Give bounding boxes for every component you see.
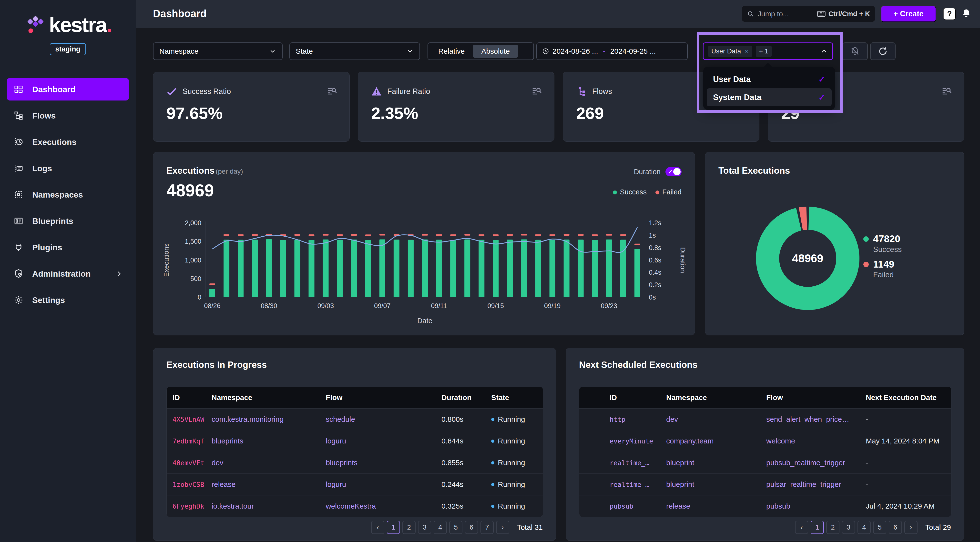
page-button-4[interactable]: 4 — [434, 521, 447, 534]
trigger-id-link[interactable]: realtime_… — [604, 459, 660, 467]
sidebar-item-label: Executions — [32, 137, 76, 147]
sidebar-item-namespaces[interactable]: Namespaces — [7, 183, 129, 206]
namespace-link[interactable]: release — [206, 480, 320, 489]
sidebar-item-plugins[interactable]: Plugins — [7, 236, 129, 259]
namespace-link[interactable]: blueprint — [660, 459, 760, 467]
page-button-3[interactable]: 3 — [842, 521, 855, 534]
execution-id-link[interactable]: 7edbmKqf — [167, 437, 206, 445]
dropdown-item-system-data[interactable]: System Data✓ — [707, 88, 832, 106]
flow-link[interactable]: pulsar_realtime_trigger — [760, 480, 860, 489]
refresh-button[interactable] — [870, 43, 896, 60]
svg-text:09/03: 09/03 — [318, 302, 334, 310]
selected-chip[interactable]: User Data — [708, 46, 752, 57]
namespace-link[interactable]: company.team — [660, 437, 760, 445]
running-dot-icon — [491, 418, 495, 421]
namespace-link[interactable]: release — [660, 502, 760, 510]
relative-option[interactable]: Relative — [430, 45, 473, 58]
page-button-7[interactable]: 7 — [480, 521, 494, 534]
mute-notifications-button[interactable] — [842, 43, 868, 60]
sidebar-item-settings[interactable]: Settings — [7, 289, 129, 311]
page-button-6[interactable]: 6 — [465, 521, 478, 534]
create-button[interactable]: + Create — [881, 6, 936, 22]
chart-legend: Success Failed — [613, 188, 682, 196]
execution-id-link[interactable]: 1zobvCSB — [167, 481, 206, 488]
page-button-5[interactable]: 5 — [873, 521, 886, 534]
page-button-6[interactable]: 6 — [889, 521, 902, 534]
next-page-button[interactable]: › — [904, 521, 918, 534]
flow-link[interactable]: pubsub_realtime_trigger — [760, 459, 860, 467]
plugins-icon — [13, 242, 24, 253]
help-button[interactable]: ? — [943, 8, 956, 20]
flow-link[interactable]: send_alert_when_price… — [760, 415, 860, 423]
flow-link[interactable]: pubsub — [760, 502, 860, 510]
execution-id-link[interactable]: 40emvVFt — [167, 459, 206, 467]
data-type-multiselect[interactable]: User Data + 1 — [703, 43, 833, 60]
prev-page-button[interactable]: ‹ — [795, 521, 808, 534]
list-search-icon[interactable] — [941, 86, 953, 97]
flow-link[interactable]: loguru — [320, 480, 436, 489]
flow-link[interactable]: blueprints — [320, 459, 436, 467]
duration-value: 0.855s — [436, 459, 485, 467]
in-progress-pagination: ‹1234567›Total 31 — [371, 521, 543, 534]
flow-link[interactable]: welcomeKestra — [320, 502, 436, 510]
flow-link[interactable]: schedule — [320, 415, 436, 423]
success-dot-icon — [863, 236, 869, 242]
list-search-icon[interactable] — [326, 86, 338, 97]
trigger-id-link[interactable]: http — [604, 416, 660, 423]
duration-toggle[interactable] — [665, 167, 682, 176]
table-header-row: IDNamespaceFlowDurationState — [167, 387, 543, 408]
namespace-link[interactable]: dev — [206, 459, 320, 467]
page-button-1[interactable]: 1 — [387, 521, 400, 534]
namespace-link[interactable]: com.kestra.monitoring — [206, 415, 320, 423]
kpi-label: Flows — [592, 87, 612, 96]
page-button-2[interactable]: 2 — [826, 521, 840, 534]
global-search-input[interactable]: Jump to... Ctrl/Cmd + K — [742, 6, 875, 22]
column-header: Namespace — [206, 393, 320, 402]
namespace-link[interactable]: io.kestra.tour — [206, 502, 320, 510]
trigger-id-link[interactable]: everyMinute — [604, 437, 660, 445]
namespace-link[interactable]: blueprint — [660, 480, 760, 489]
page-button-5[interactable]: 5 — [449, 521, 463, 534]
page-button-4[interactable]: 4 — [858, 521, 871, 534]
sidebar-item-executions[interactable]: Executions — [7, 131, 129, 153]
table-header-row: IDNamespaceFlowNext Execution Date — [579, 387, 951, 408]
next-execution-date: - — [860, 459, 951, 467]
notifications-button[interactable] — [960, 7, 973, 20]
execution-id-link[interactable]: 4X5VLnAW — [167, 416, 206, 423]
namespace-link[interactable]: dev — [660, 415, 760, 423]
column-header: ID — [167, 393, 206, 402]
kestra-logo-icon — [24, 14, 45, 35]
sidebar-item-dashboard[interactable]: Dashboard — [7, 78, 129, 100]
svg-text:2,000: 2,000 — [185, 219, 201, 227]
svg-text:09/07: 09/07 — [374, 302, 391, 310]
sidebar-item-logs[interactable]: Logs — [7, 157, 129, 180]
failed-dot-icon — [863, 262, 869, 267]
namespace-link[interactable]: blueprints — [206, 437, 320, 445]
trigger-id-link[interactable]: pubsub — [604, 502, 660, 510]
close-icon[interactable] — [744, 49, 749, 54]
page-button-3[interactable]: 3 — [418, 521, 431, 534]
absolute-option[interactable]: Absolute — [473, 45, 518, 58]
execution-id-link[interactable]: 6FyeghDk — [167, 502, 206, 510]
sidebar-item-administration[interactable]: Administration — [7, 262, 129, 285]
dropdown-item-user-data[interactable]: User Data✓ — [707, 70, 832, 88]
sidebar-item-blueprints[interactable]: Blueprints — [7, 210, 129, 232]
sidebar-item-label: Plugins — [32, 243, 62, 252]
svg-text:0s: 0s — [649, 294, 656, 301]
page-button-1[interactable]: 1 — [811, 521, 824, 534]
svg-text:09/23: 09/23 — [601, 302, 617, 310]
date-end-value: 2024-09-25 ... — [610, 47, 656, 56]
prev-page-button[interactable]: ‹ — [371, 521, 384, 534]
sidebar-item-flows[interactable]: Flows — [7, 104, 129, 127]
state-filter-select[interactable]: State — [290, 43, 420, 60]
flow-link[interactable]: loguru — [320, 437, 436, 445]
namespace-filter-select[interactable]: Namespace — [153, 43, 283, 60]
trigger-id-link[interactable]: realtime_… — [604, 481, 660, 488]
search-shortcut: Ctrl/Cmd + K — [817, 10, 870, 18]
list-search-icon[interactable] — [531, 86, 542, 97]
svg-text:Duration: Duration — [679, 247, 687, 273]
flow-link[interactable]: welcome — [760, 437, 860, 445]
next-page-button[interactable]: › — [496, 521, 509, 534]
page-button-2[interactable]: 2 — [402, 521, 415, 534]
date-range-input[interactable]: 2024-08-26 ... - 2024-09-25 ... — [536, 43, 688, 60]
